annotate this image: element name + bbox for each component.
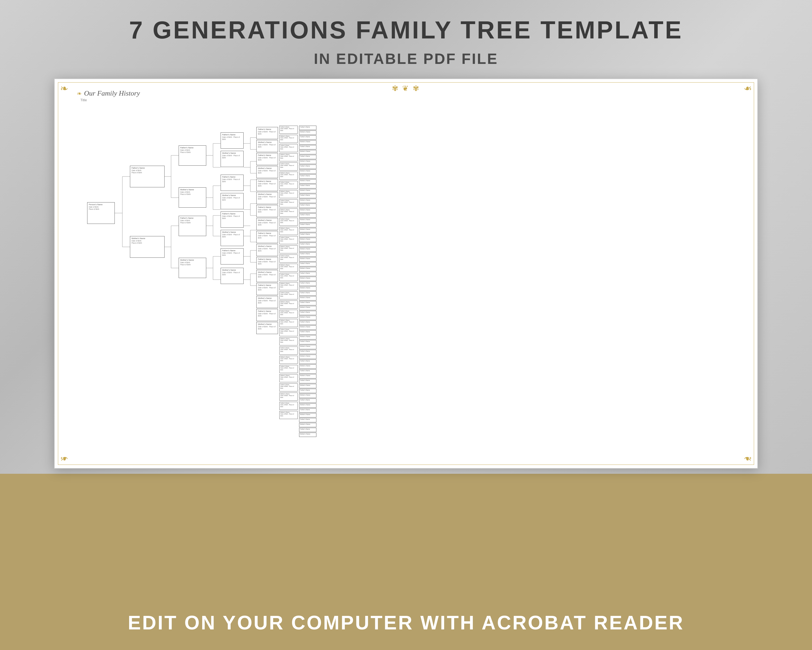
gen7-34[interactable]: Mother's Name — [299, 287, 316, 291]
gen6-10[interactable]: Mother's NameDate of Birth · Place of Bi… — [279, 209, 298, 217]
gen7-4[interactable]: Mother's Name — [299, 140, 316, 145]
gen6-2[interactable]: Mother's NameDate of Birth · Place of Bi… — [279, 135, 298, 143]
gen7-39[interactable]: Father's Name — [299, 311, 316, 315]
gen7-36[interactable]: Mother's Name — [299, 296, 316, 301]
gen6-24[interactable]: Mother's NameDate of Birth · Place of Bi… — [279, 337, 298, 345]
gen6-7[interactable]: Father's NameDate of Birth · Place of Bi… — [279, 181, 298, 189]
gen7-25[interactable]: Father's Name — [299, 243, 316, 247]
gen3-fm[interactable]: Mother's Name Date of Birth Place of Bir… — [179, 187, 206, 208]
gen1-person[interactable]: Person's Name Date of Birth Place of Bir… — [87, 202, 115, 224]
gen7-7[interactable]: Father's Name — [299, 155, 316, 159]
gen6-20[interactable]: Mother's NameDate of Birth · Place of Bi… — [279, 301, 298, 309]
gen5-15[interactable]: Father's Name Date of Birth · Place of B… — [256, 309, 278, 321]
gen5-2[interactable]: Mother's Name Date of Birth · Place of B… — [256, 140, 278, 152]
gen7-20[interactable]: Mother's Name — [299, 218, 316, 223]
gen6-11[interactable]: Father's NameDate of Birth · Place of Bi… — [279, 218, 298, 226]
gen6-8[interactable]: Mother's NameDate of Birth · Place of Bi… — [279, 190, 298, 198]
gen7-45[interactable]: Father's Name — [299, 340, 316, 344]
gen6-29[interactable]: Father's NameDate of Birth · Place of Bi… — [279, 383, 298, 391]
gen7-57[interactable]: Father's Name — [299, 398, 316, 403]
gen7-23[interactable]: Father's Name — [299, 233, 316, 237]
gen7-43[interactable]: Father's Name — [299, 330, 316, 335]
gen7-60[interactable]: Mother's Name — [299, 413, 316, 417]
gen5-5[interactable]: Father's Name Date of Birth · Place of B… — [256, 179, 278, 191]
gen7-18[interactable]: Mother's Name — [299, 209, 316, 213]
gen7-16[interactable]: Mother's Name — [299, 199, 316, 203]
gen7-26[interactable]: Mother's Name — [299, 247, 316, 252]
gen5-6[interactable]: Mother's Name Date of Birth · Place of B… — [256, 192, 278, 204]
gen7-55[interactable]: Father's Name — [299, 389, 316, 393]
gen6-17[interactable]: Father's NameDate of Birth · Place of Bi… — [279, 273, 298, 281]
gen6-25[interactable]: Father's NameDate of Birth · Place of Bi… — [279, 346, 298, 355]
gen6-31[interactable]: Father's NameDate of Birth · Place of Bi… — [279, 402, 298, 410]
gen7-8[interactable]: Mother's Name — [299, 160, 316, 164]
gen7-19[interactable]: Father's Name — [299, 213, 316, 218]
gen4-1[interactable]: Father's Name Date of Birth · Place of B… — [221, 133, 244, 149]
gen3-ff[interactable]: Father's Name Date of Birth Place of Bir… — [179, 145, 206, 166]
gen2-father[interactable]: Father's Name Date of Birth Place of Bir… — [130, 166, 165, 187]
gen7-35[interactable]: Father's Name — [299, 291, 316, 296]
gen7-15[interactable]: Father's Name — [299, 194, 316, 198]
gen6-21[interactable]: Father's NameDate of Birth · Place of Bi… — [279, 310, 298, 318]
gen5-12[interactable]: Mother's Name Date of Birth · Place of B… — [256, 270, 278, 282]
gen6-14[interactable]: Mother's NameDate of Birth · Place of Bi… — [279, 245, 298, 253]
gen4-5[interactable]: Father's Name Date of Birth · Place of B… — [221, 211, 244, 228]
gen7-3[interactable]: Father's Name — [299, 135, 316, 140]
gen4-6[interactable]: Mother's Name Date of Birth · Place of B… — [221, 230, 244, 246]
gen6-15[interactable]: Father's NameDate of Birth · Place of Bi… — [279, 255, 298, 262]
gen6-3[interactable]: Father's NameDate of Birth · Place of Bi… — [279, 144, 298, 152]
gen6-5[interactable]: Father's NameDate of Birth · Place of Bi… — [279, 162, 298, 171]
gen7-50[interactable]: Mother's Name — [299, 365, 316, 369]
gen5-14[interactable]: Mother's Name Date of Birth · Place of B… — [256, 296, 278, 308]
gen4-7[interactable]: Father's Name Date of Birth · Place of B… — [221, 248, 244, 264]
gen7-6[interactable]: Mother's Name — [299, 150, 316, 154]
gen6-28[interactable]: Mother's NameDate of Birth · Place of Bi… — [279, 374, 298, 382]
gen7-1[interactable]: Father's Name — [299, 126, 316, 130]
gen7-54[interactable]: Mother's Name — [299, 384, 316, 388]
gen5-13[interactable]: Father's Name Date of Birth · Place of B… — [256, 283, 278, 295]
gen7-30[interactable]: Mother's Name — [299, 267, 316, 271]
gen7-33[interactable]: Father's Name — [299, 282, 316, 286]
gen2-mother[interactable]: Mother's Name Date of Birth Place of Bir… — [130, 236, 165, 258]
gen7-28[interactable]: Mother's Name — [299, 257, 316, 261]
gen5-9[interactable]: Father's Name Date of Birth · Place of B… — [256, 231, 278, 243]
gen7-24[interactable]: Mother's Name — [299, 238, 316, 242]
gen6-27[interactable]: Father's NameDate of Birth · Place of Bi… — [279, 365, 298, 373]
gen4-3[interactable]: Father's Name Date of Birth · Place of B… — [221, 175, 244, 191]
gen7-13[interactable]: Father's Name — [299, 184, 316, 188]
gen7-12[interactable]: Mother's Name — [299, 179, 316, 183]
gen6-32[interactable]: Mother's NameDate of Birth · Place of Bi… — [279, 411, 298, 419]
gen7-61[interactable]: Father's Name — [299, 418, 316, 422]
gen6-23[interactable]: Father's NameDate of Birth · Place of Bi… — [279, 328, 298, 336]
gen7-2[interactable]: Mother's Name — [299, 130, 316, 135]
gen7-27[interactable]: Father's Name — [299, 252, 316, 256]
gen7-44[interactable]: Mother's Name — [299, 335, 316, 339]
gen5-11[interactable]: Father's Name Date of Birth · Place of B… — [256, 257, 278, 269]
gen5-7[interactable]: Father's Name Date of Birth · Place of B… — [256, 205, 278, 217]
gen7-5[interactable]: Father's Name — [299, 145, 316, 150]
gen6-9[interactable]: Father's NameDate of Birth · Place of Bi… — [279, 199, 298, 208]
gen7-41[interactable]: Father's Name — [299, 320, 316, 325]
gen7-10[interactable]: Mother's Name — [299, 169, 316, 174]
gen7-53[interactable]: Father's Name — [299, 379, 316, 383]
gen6-22[interactable]: Mother's NameDate of Birth · Place of Bi… — [279, 319, 298, 327]
gen6-4[interactable]: Mother's NameDate of Birth · Place of Bi… — [279, 153, 298, 161]
gen7-42[interactable]: Mother's Name — [299, 325, 316, 330]
gen7-9[interactable]: Father's Name — [299, 165, 316, 169]
gen5-10[interactable]: Mother's Name Date of Birth · Place of B… — [256, 244, 278, 256]
gen7-17[interactable]: Father's Name — [299, 204, 316, 208]
gen6-6[interactable]: Mother's NameDate of Birth · Place of Bi… — [279, 172, 298, 180]
gen4-4[interactable]: Mother's Name Date of Birth · Place of B… — [221, 193, 244, 209]
gen7-48[interactable]: Mother's Name — [299, 355, 316, 359]
gen7-14[interactable]: Mother's Name — [299, 189, 316, 193]
gen7-49[interactable]: Father's Name — [299, 360, 316, 364]
gen6-13[interactable]: Father's NameDate of Birth · Place of Bi… — [279, 236, 298, 244]
gen6-19[interactable]: Father's NameDate of Birth · Place of Bi… — [279, 291, 298, 299]
gen7-56[interactable]: Mother's Name — [299, 394, 316, 398]
gen7-32[interactable]: Mother's Name — [299, 277, 316, 281]
gen7-59[interactable]: Father's Name — [299, 408, 316, 413]
gen4-8[interactable]: Mother's Name Date of Birth · Place of B… — [221, 268, 244, 284]
gen7-63[interactable]: Father's Name — [299, 428, 316, 432]
gen7-46[interactable]: Mother's Name — [299, 345, 316, 349]
gen3-mm[interactable]: Mother's Name Date of Birth Place of Bir… — [179, 258, 206, 278]
